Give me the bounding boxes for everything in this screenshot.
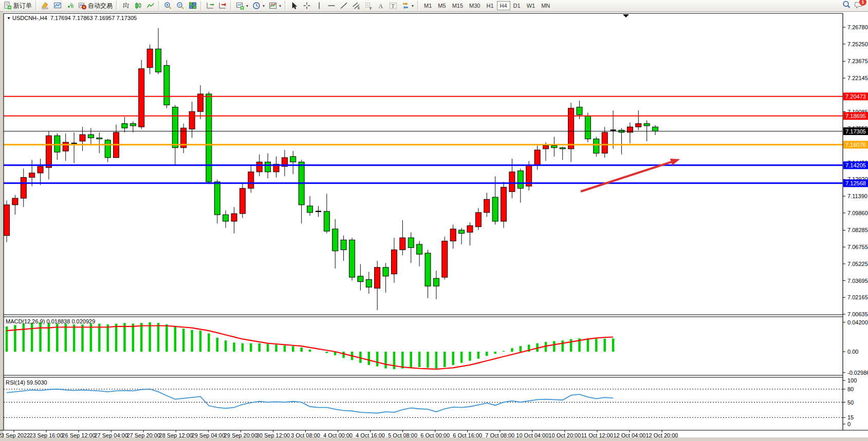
symbol-dropdown-icon[interactable]: ▼ — [7, 16, 11, 21]
zoom-in-button[interactable] — [162, 1, 174, 11]
tile-windows-button[interactable] — [187, 1, 199, 11]
time-tick-label: 4 Oct 00:00 — [323, 432, 353, 438]
candle-chart-button[interactable] — [132, 1, 144, 11]
vertical-line-tool-button[interactable] — [313, 1, 325, 11]
crosshair-tool-button[interactable] — [301, 1, 313, 11]
crosshair-icon — [303, 2, 311, 10]
text-label-icon: T — [389, 2, 397, 10]
timeframe-button-h4[interactable]: H4 — [497, 1, 510, 10]
chart-canvas[interactable]: 7.267807.252507.236757.221457.190857.175… — [0, 0, 868, 441]
candle-body — [206, 94, 212, 182]
candle-body — [475, 213, 481, 227]
timeframe-button-mn[interactable]: MN — [538, 1, 553, 10]
time-tick-label: 23 Sep 2022 — [0, 432, 30, 438]
candle-body — [164, 65, 170, 105]
candle-body — [97, 138, 102, 139]
trend-arrow[interactable] — [581, 159, 680, 191]
timeframe-button-m30[interactable]: M30 — [466, 1, 483, 10]
zoom-out-button[interactable] — [174, 1, 187, 11]
chevron-down-icon[interactable]: ▾ — [412, 4, 414, 8]
price-tag-text: 7.17305 — [845, 128, 866, 135]
trendline-tool-button[interactable] — [338, 1, 350, 11]
symbol-ohlc-text: USDCNH-,H4 7.17694 7.17863 7.16957 7.173… — [12, 15, 137, 21]
candle-body — [408, 238, 414, 247]
time-tick-label: 12 Oct 20:00 — [646, 432, 678, 438]
autotrade-button[interactable]: 自动交易 — [76, 1, 115, 11]
candle-body — [88, 135, 94, 138]
candle-body — [568, 108, 574, 149]
time-tick-label: 29 Sep 20:00 — [224, 432, 257, 438]
trend-arrow-head — [670, 159, 680, 165]
candle-body — [122, 124, 127, 128]
price-tick-label: 7.05225 — [847, 261, 868, 267]
template-button[interactable]: ▾ — [267, 1, 283, 11]
price-axis[interactable]: 7.267807.252507.236757.221457.190857.175… — [843, 24, 868, 427]
timeframe-button-h1[interactable]: H1 — [483, 1, 496, 10]
chart-shift-button[interactable] — [204, 1, 216, 11]
signals-button[interactable] — [64, 1, 76, 11]
candle-body — [366, 279, 372, 287]
svg-text:E: E — [358, 6, 360, 10]
chart-autoscroll-icon — [218, 2, 227, 10]
chevron-down-icon[interactable]: ▾ — [246, 4, 248, 8]
charts-window-button[interactable] — [51, 1, 64, 11]
candle-body — [38, 166, 43, 173]
time-axis[interactable]: 23 Sep 202223 Sep 16:0026 Sep 12:0027 Se… — [0, 430, 678, 438]
period-button[interactable]: ▾ — [250, 1, 267, 11]
candle-body — [130, 124, 136, 126]
time-tick-label: 28 Sep 12:00 — [159, 432, 193, 438]
svg-text:A: A — [379, 3, 383, 10]
chevron-down-icon[interactable]: ▾ — [279, 4, 281, 8]
text-tool-button[interactable]: A — [375, 1, 387, 11]
timeframe-button-m1[interactable]: M1 — [421, 1, 435, 10]
candle-body — [375, 267, 380, 289]
price-tick-label: 7.09860 — [847, 210, 868, 216]
chat-button[interactable]: 1 — [855, 1, 863, 11]
candle-body — [54, 136, 60, 152]
timeframe-button-w1[interactable]: W1 — [524, 1, 539, 10]
candle-body — [543, 145, 548, 148]
cursor-tool-button[interactable] — [288, 1, 301, 11]
arrows-icon — [401, 2, 410, 10]
macd-axis-label: 0.00 — [847, 349, 858, 355]
chart-shift-marker[interactable] — [623, 14, 629, 17]
bar-chart-button[interactable] — [120, 1, 132, 11]
candle-body — [433, 278, 439, 286]
time-tick-label: 7 Oct 08:00 — [485, 432, 514, 438]
candle-body — [585, 116, 590, 139]
candle-body — [172, 107, 178, 148]
rsi-axis-label: 0 — [847, 421, 851, 427]
chart-frame — [0, 13, 868, 430]
candle-chart-icon — [134, 2, 142, 10]
new-order-button-label: 新订单 — [13, 2, 32, 10]
macd-pane — [7, 322, 613, 369]
price-tick-label: 7.25250 — [847, 41, 868, 47]
new-chart-button[interactable]: ▾ — [234, 1, 250, 11]
styles-button[interactable] — [39, 1, 51, 11]
text-label-tool-button[interactable]: T — [387, 1, 399, 11]
toolbar: 新订单自动交易▾▾▾EFAT▾M1M5M15M30H1H4D1W1MN1 — [0, 0, 868, 12]
line-chart-button[interactable] — [144, 1, 157, 11]
arrows-tool-button[interactable]: ▾ — [399, 1, 416, 11]
bar-chart-icon — [122, 2, 130, 10]
horizontal-line-tool-button[interactable] — [325, 1, 338, 11]
timeframe-button-m15[interactable]: M15 — [449, 1, 466, 10]
candle-body — [358, 276, 363, 282]
candle-body — [231, 214, 237, 221]
zoom-in-icon — [164, 2, 172, 10]
candle-body — [139, 69, 144, 127]
price-tick-label: 7.26780 — [847, 24, 868, 30]
chart-autoscroll-button[interactable] — [216, 1, 229, 11]
search-icon[interactable] — [842, 1, 851, 11]
candle-body — [214, 182, 220, 215]
fibonacci-tool-button[interactable]: F — [362, 1, 375, 11]
channel-tool-button[interactable]: E — [350, 1, 362, 11]
chevron-down-icon[interactable]: ▾ — [263, 4, 265, 8]
time-tick-label: 26 Sep 12:00 — [62, 432, 95, 438]
timeframe-button-m5[interactable]: M5 — [435, 1, 449, 10]
price-tag-text: 7.14205 — [845, 162, 866, 168]
timeframe-button-d1[interactable]: D1 — [510, 1, 524, 10]
fibonacci-icon: F — [364, 2, 373, 10]
candle-body — [189, 111, 195, 129]
new-order-button[interactable]: 新订单 — [2, 1, 34, 11]
